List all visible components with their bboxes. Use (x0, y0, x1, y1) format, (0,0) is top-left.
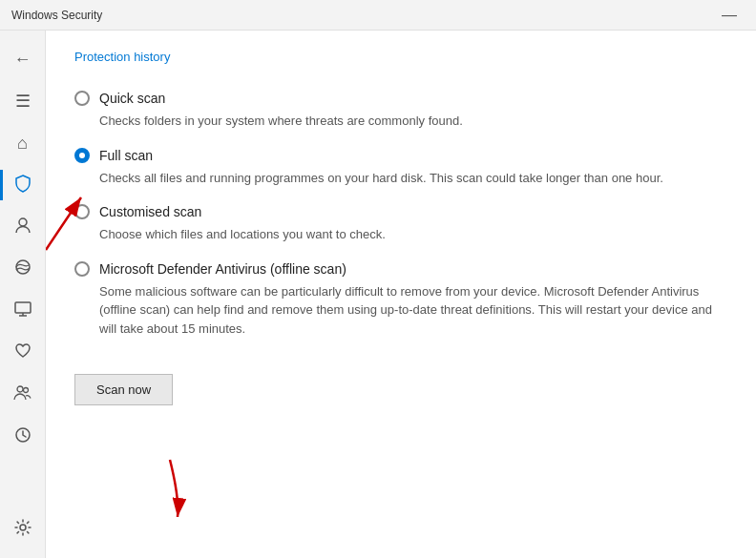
breadcrumb[interactable]: Protection history (74, 50, 727, 64)
full-scan-radio[interactable] (74, 148, 90, 163)
family-icon (13, 383, 32, 407)
quick-scan-option: Quick scan Checks folders in your system… (74, 91, 727, 131)
heart-icon (13, 341, 32, 365)
svg-point-0 (19, 218, 27, 226)
sidebar-item-firewall[interactable] (0, 248, 46, 290)
sidebar-item-virus-protection[interactable] (0, 164, 46, 206)
sidebar-item-menu[interactable]: ☰ (0, 80, 46, 122)
svg-point-6 (20, 525, 26, 530)
sidebar-item-history[interactable] (0, 416, 46, 458)
full-scan-option: Full scan Checks all files and running p… (74, 148, 727, 188)
offline-scan-radio[interactable] (74, 261, 90, 277)
sidebar-item-family[interactable] (0, 374, 46, 416)
offline-scan-desc: Some malicious software can be particula… (99, 282, 727, 339)
custom-scan-option: Customised scan Choose which files and l… (74, 204, 727, 244)
custom-scan-label: Customised scan (99, 204, 201, 219)
custom-scan-radio[interactable] (74, 204, 90, 219)
firewall-icon (13, 258, 32, 281)
quick-scan-header: Quick scan (74, 91, 727, 106)
quick-scan-desc: Checks folders in your system where thre… (99, 112, 727, 131)
content-area: Protection history Quick scan Checks fol… (46, 31, 756, 558)
gear-icon (13, 518, 32, 542)
scan-now-button[interactable]: Scan now (74, 374, 173, 405)
quick-scan-label: Quick scan (99, 91, 165, 106)
full-scan-label: Full scan (99, 148, 153, 163)
menu-icon: ☰ (15, 91, 31, 112)
app-body: ← ☰ ⌂ (0, 31, 756, 558)
monitor-icon (13, 300, 32, 323)
minimize-button[interactable]: — (714, 7, 745, 23)
sidebar-bottom (0, 508, 46, 550)
sidebar-item-home[interactable]: ⌂ (0, 122, 46, 164)
svg-point-1 (16, 260, 30, 274)
quick-scan-radio[interactable] (74, 91, 90, 106)
home-icon: ⌂ (17, 134, 28, 154)
full-scan-desc: Checks all files and running programmes … (99, 169, 727, 188)
sidebar-item-settings[interactable] (0, 508, 46, 550)
svg-point-3 (17, 386, 23, 392)
custom-scan-desc: Choose which files and locations you wan… (99, 225, 727, 244)
title-bar-controls: — (714, 7, 745, 24)
sidebar-item-device[interactable] (0, 290, 46, 332)
svg-rect-2 (15, 302, 31, 313)
sidebar-item-account[interactable] (0, 206, 46, 248)
full-scan-header: Full scan (74, 148, 727, 163)
offline-scan-option: Microsoft Defender Antivirus (offline sc… (74, 261, 727, 339)
custom-scan-header: Customised scan (74, 204, 727, 219)
title-bar-text: Windows Security (11, 9, 102, 22)
person-icon (13, 216, 32, 239)
offline-scan-label: Microsoft Defender Antivirus (offline sc… (99, 261, 346, 277)
shield-icon (13, 174, 32, 197)
title-bar: Windows Security — (0, 0, 756, 31)
sidebar-item-health[interactable] (0, 332, 46, 374)
sidebar: ← ☰ ⌂ (0, 31, 46, 558)
svg-point-4 (23, 387, 28, 392)
back-icon: ← (14, 50, 32, 70)
history-icon (13, 425, 32, 449)
sidebar-item-back[interactable]: ← (0, 38, 46, 80)
offline-scan-header: Microsoft Defender Antivirus (offline sc… (74, 261, 727, 277)
